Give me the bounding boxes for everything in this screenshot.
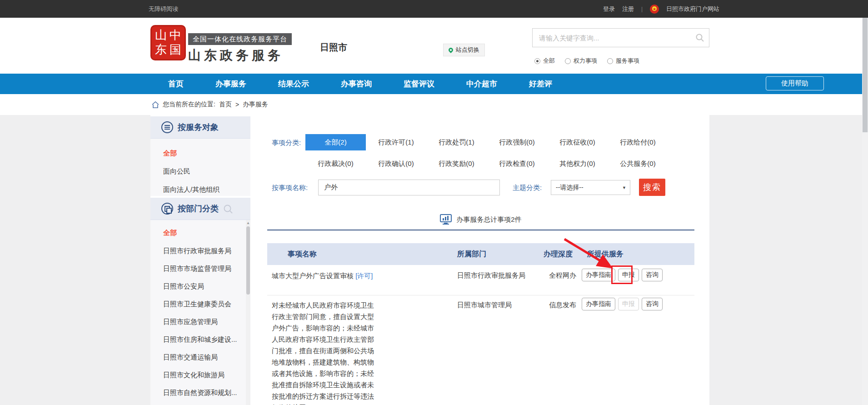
- breadcrumb-label: 您当前所在的位置:: [163, 100, 215, 109]
- keyword-search-box: [532, 28, 709, 47]
- sidebar-scrollbar[interactable]: ▲: [246, 220, 250, 405]
- city-name: 日照市: [320, 41, 347, 54]
- scope-service-items[interactable]: 服务事项: [607, 57, 639, 65]
- table-row: 城市大型户外广告设置审核 [许可] 日照市行政审批服务局 全程网办 办事指南 申…: [267, 265, 694, 295]
- dept-item-all[interactable]: 全部: [150, 225, 250, 242]
- sidebar-item-all[interactable]: 全部: [150, 144, 250, 162]
- tab-xingzheng-jiangli[interactable]: 行政奖励(0): [426, 155, 487, 172]
- table-row: 对未经城市人民政府市容环境卫生行政主管部门同意，擅自设置大型户外广告，影响市容的…: [267, 295, 694, 405]
- page-scrollbar-thumb[interactable]: [863, 18, 868, 132]
- scrollbar-thumb[interactable]: [246, 226, 250, 295]
- help-button[interactable]: 使用帮助: [766, 76, 824, 90]
- scope-label: 全部: [543, 57, 555, 65]
- dept-item[interactable]: 日照市自然资源和规划...: [150, 384, 250, 401]
- depth-cell: 全程网办: [549, 271, 576, 280]
- department-list-wrap: 全部 日照市行政审批服务局 日照市市场监督管理局 日照市公安局 日照市卫生健康委…: [150, 220, 250, 405]
- nav-item-home[interactable]: 首页: [168, 74, 184, 94]
- dept-item[interactable]: 日照市应急管理局: [150, 313, 250, 330]
- topic-select[interactable]: --请选择-- ▼: [551, 180, 630, 195]
- consult-button[interactable]: 咨询: [642, 298, 663, 310]
- topic-select-value: --请选择--: [556, 184, 584, 192]
- radio-icon[interactable]: [565, 58, 571, 64]
- nav-item-agency[interactable]: 中介超市: [466, 74, 497, 94]
- table-header: 事项名称 所属部门 办理深度 所提供服务: [267, 243, 694, 265]
- search-button[interactable]: 搜索: [639, 179, 665, 196]
- national-emblem-icon: ★: [650, 5, 659, 14]
- tab-all[interactable]: 全部(2): [305, 134, 366, 150]
- dept-item[interactable]: 日照市市场监督管理局: [150, 260, 250, 277]
- site-switch-label: 站点切换: [456, 46, 479, 54]
- scope-label: 权力事项: [574, 57, 597, 65]
- dept-item[interactable]: 日照市卫生健康委员会: [150, 295, 250, 313]
- scope-label: 服务事项: [616, 57, 639, 65]
- radio-icon[interactable]: [607, 58, 613, 64]
- dept-item[interactable]: 日照市交通运输局: [150, 348, 250, 366]
- tab-xingzheng-zhengshou[interactable]: 行政征收(0): [547, 134, 608, 150]
- tab-xingzheng-caijue[interactable]: 行政裁决(0): [305, 155, 366, 172]
- search-icon[interactable]: [695, 33, 704, 42]
- topic-filter-label: 主题分类:: [513, 184, 542, 192]
- tab-qita-quanli[interactable]: 其他权力(0): [547, 155, 608, 172]
- col-department: 所属部门: [457, 243, 486, 265]
- search-scope-radios: 全部 权力事项 服务事项: [534, 57, 639, 65]
- breadcrumb-current[interactable]: 办事服务: [243, 100, 268, 109]
- breadcrumb-separator: >: [235, 101, 239, 108]
- breadcrumb-home[interactable]: 首页: [219, 100, 232, 109]
- nav-item-supervision[interactable]: 监督评议: [404, 74, 434, 94]
- dept-item[interactable]: 日照市住房和城乡建设...: [150, 330, 250, 348]
- seal-char: 东: [154, 43, 168, 57]
- location-pin-icon: [448, 47, 454, 53]
- breadcrumb: 您当前所在的位置: 首页 > 办事服务: [152, 100, 268, 109]
- apply-button[interactable]: 申报: [618, 269, 639, 281]
- nav-item-rating[interactable]: 好差评: [529, 74, 552, 94]
- tab-xingzheng-chufa[interactable]: 行政处罚(1): [426, 134, 487, 150]
- portal-link[interactable]: 日照市政府门户网站: [666, 5, 719, 13]
- scope-power-items[interactable]: 权力事项: [565, 57, 597, 65]
- dept-item[interactable]: 日照市公安局: [150, 277, 250, 295]
- col-depth: 办理深度: [544, 243, 573, 265]
- sidebar-item-citizens[interactable]: 面向公民: [150, 162, 250, 180]
- nav-item-results[interactable]: 结果公示: [278, 74, 309, 94]
- item-link[interactable]: 对未经城市人民政府市容环境卫生行政主管部门同意，擅自设置大型户外广告，影响市容的…: [272, 301, 374, 405]
- section-title: 按部门分类: [178, 203, 219, 214]
- tab-xingzheng-xuke[interactable]: 行政许可(1): [366, 134, 426, 150]
- item-link[interactable]: 城市大型户外广告设置审核: [272, 272, 354, 280]
- tab-gonggong-fuwu[interactable]: 公共服务(0): [608, 155, 668, 172]
- register-link[interactable]: 注册: [622, 5, 634, 13]
- service-buttons: 办事指南 申报 咨询: [582, 298, 663, 310]
- breadcrumb-bar: 您当前所在的位置: 首页 > 办事服务: [0, 94, 868, 115]
- item-tag-link[interactable]: [许可]: [355, 272, 373, 280]
- dept-item[interactable]: 日照市行政审批服务局: [150, 242, 250, 260]
- top-bar: 无障碍阅读 登录 注册 | ★ 日照市政府门户网站: [0, 0, 868, 18]
- nav-item-consult[interactable]: 办事咨询: [341, 74, 372, 94]
- tab-xingzheng-jifu[interactable]: 行政给付(0): [608, 134, 668, 150]
- item-name-cell: 对未经城市人民政府市容环境卫生行政主管部门同意，擅自设置大型户外广告，影响市容的…: [272, 300, 375, 405]
- col-item-name: 事项名称: [288, 243, 317, 265]
- consult-button[interactable]: 咨询: [642, 269, 663, 281]
- depth-cell: 信息发布: [549, 301, 576, 310]
- accessibility-link[interactable]: 无障碍阅读: [149, 5, 178, 13]
- department-search-icon[interactable]: [223, 204, 233, 214]
- search-input[interactable]: [533, 29, 692, 47]
- guide-button[interactable]: 办事指南: [582, 269, 615, 281]
- dropdown-arrow-icon: ▼: [622, 185, 626, 190]
- guide-button[interactable]: 办事指南: [582, 298, 615, 310]
- item-name-input[interactable]: [318, 180, 500, 195]
- nav-item-services[interactable]: 办事服务: [215, 74, 246, 94]
- department-cell: 日照市城市管理局: [457, 301, 512, 310]
- scope-all[interactable]: 全部: [534, 57, 555, 65]
- tab-xingzheng-queren[interactable]: 行政确认(0): [366, 155, 426, 172]
- page-scrollbar[interactable]: [862, 18, 868, 405]
- tab-xingzheng-qiangzhi[interactable]: 行政强制(0): [487, 134, 547, 150]
- category-filter-label: 事项分类:: [272, 139, 301, 147]
- section-divider: [267, 230, 694, 230]
- platform-badge: 全国一体化在线政务服务平台: [188, 33, 292, 45]
- scroll-up-icon[interactable]: ▲: [246, 221, 250, 225]
- login-link[interactable]: 登录: [603, 5, 615, 13]
- dept-item[interactable]: 日照市文化和旅游局: [150, 366, 250, 384]
- radio-selected-icon[interactable]: [534, 58, 540, 64]
- sidebar: 按服务对象 全部 面向公民 面向法人/其他组织 按部门分类 全部 日照市行政审批…: [150, 115, 250, 405]
- site-switch-button[interactable]: 站点切换: [443, 44, 485, 56]
- tab-xingzheng-jiancha[interactable]: 行政检查(0): [487, 155, 547, 172]
- seal-char: 国: [168, 43, 183, 57]
